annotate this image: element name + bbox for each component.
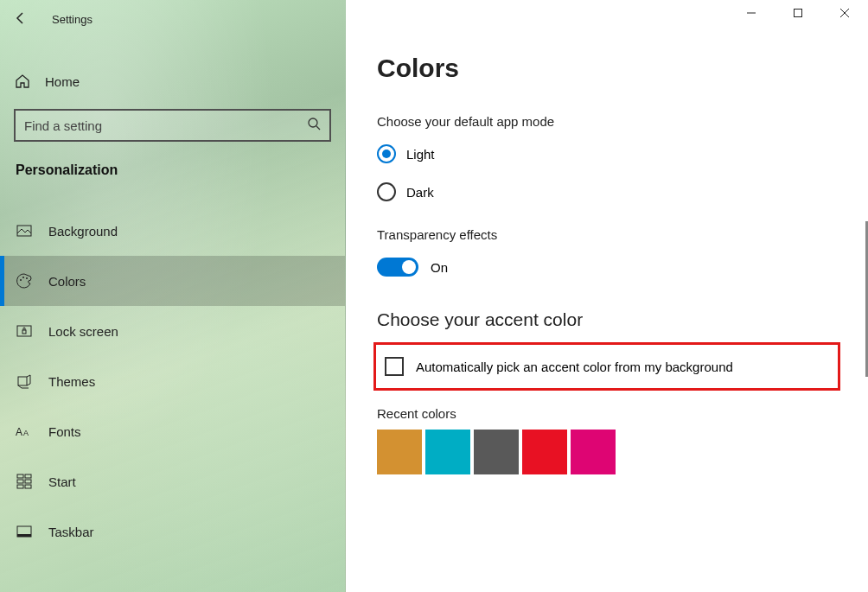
sidebar-item-label: Background (48, 224, 118, 239)
svg-point-2 (20, 279, 22, 281)
color-swatch[interactable] (522, 430, 567, 474)
sidebar-item-colors[interactable]: Colors (0, 256, 345, 306)
radio-label: Light (406, 147, 435, 162)
content-scroll: Colors Choose your default app mode Ligh… (346, 0, 868, 592)
sidebar-item-label: Lock screen (48, 324, 118, 339)
highlight-annotation: Automatically pick an accent color from … (373, 342, 840, 391)
checkbox-icon (385, 357, 404, 376)
sidebar-item-background[interactable]: Background (0, 206, 345, 256)
svg-point-3 (22, 277, 24, 278)
svg-rect-18 (795, 10, 802, 17)
svg-point-4 (26, 277, 28, 279)
color-swatch[interactable] (377, 430, 422, 474)
sidebar-item-lockscreen[interactable]: Lock screen (0, 306, 345, 356)
themes-icon (16, 372, 33, 390)
svg-rect-11 (25, 474, 31, 478)
close-button[interactable] (821, 0, 868, 26)
home-icon (14, 73, 31, 90)
sidebar-item-label: Colors (48, 274, 86, 289)
accent-heading: Choose your accent color (377, 309, 837, 330)
category-label: Personalization (0, 142, 345, 188)
lock-screen-icon (16, 322, 33, 340)
transparency-toggle-row: On (377, 258, 837, 277)
minimize-button[interactable] (728, 0, 775, 26)
home-button[interactable]: Home (0, 62, 345, 100)
sidebar-item-themes[interactable]: Themes (0, 356, 345, 406)
radio-dark[interactable]: Dark (377, 182, 837, 201)
checkbox-label: Automatically pick an accent color from … (416, 360, 733, 374)
toggle-state-label: On (431, 260, 448, 275)
sidebar-item-taskbar[interactable]: Taskbar (0, 506, 345, 557)
app-title: Settings (52, 13, 93, 26)
color-swatch[interactable] (474, 430, 519, 474)
titlebar: Settings (0, 0, 345, 38)
auto-accent-checkbox[interactable]: Automatically pick an accent color from … (385, 357, 829, 376)
svg-text:A: A (23, 429, 29, 437)
search-icon (307, 117, 321, 134)
search-field[interactable] (24, 118, 307, 133)
svg-rect-17 (17, 534, 31, 537)
transparency-heading: Transparency effects (377, 227, 837, 242)
recent-colors-label: Recent colors (377, 406, 837, 421)
sidebar-item-label: Taskbar (48, 525, 94, 539)
svg-rect-10 (17, 474, 23, 478)
search-container (0, 100, 345, 142)
svg-rect-6 (22, 330, 26, 334)
taskbar-icon (16, 523, 33, 540)
svg-rect-13 (25, 480, 31, 483)
svg-rect-7 (18, 377, 27, 385)
sidebar: Settings Home Personalization Background… (0, 0, 346, 592)
radio-icon (377, 182, 396, 201)
radio-label: Dark (406, 185, 434, 200)
recent-colors (377, 430, 837, 474)
transparency-toggle[interactable] (377, 258, 418, 277)
svg-rect-14 (17, 485, 23, 488)
main-content: Colors Choose your default app mode Ligh… (346, 0, 868, 592)
fonts-icon: AA (16, 423, 33, 440)
svg-rect-12 (17, 480, 23, 483)
palette-icon (16, 272, 33, 290)
sidebar-item-fonts[interactable]: AA Fonts (0, 406, 345, 456)
nav-list: Background Colors Lock screen Themes AA … (0, 206, 345, 557)
color-swatch[interactable] (571, 430, 616, 474)
window-controls (728, 0, 868, 26)
sidebar-item-label: Start (48, 474, 76, 489)
home-label: Home (45, 74, 80, 89)
color-swatch[interactable] (425, 430, 470, 474)
search-input[interactable] (14, 109, 331, 142)
radio-light[interactable]: Light (377, 144, 837, 163)
back-icon[interactable] (14, 11, 28, 28)
svg-point-0 (309, 118, 317, 127)
page-title: Colors (377, 54, 837, 83)
maximize-button[interactable] (775, 0, 821, 26)
radio-icon (377, 144, 396, 163)
svg-rect-15 (25, 485, 31, 488)
sidebar-item-label: Fonts (48, 424, 81, 439)
app-mode-heading: Choose your default app mode (377, 114, 837, 129)
image-icon (16, 222, 33, 239)
svg-text:A: A (16, 426, 22, 438)
sidebar-item-start[interactable]: Start (0, 456, 345, 506)
sidebar-item-label: Themes (48, 374, 95, 389)
start-icon (16, 473, 33, 490)
